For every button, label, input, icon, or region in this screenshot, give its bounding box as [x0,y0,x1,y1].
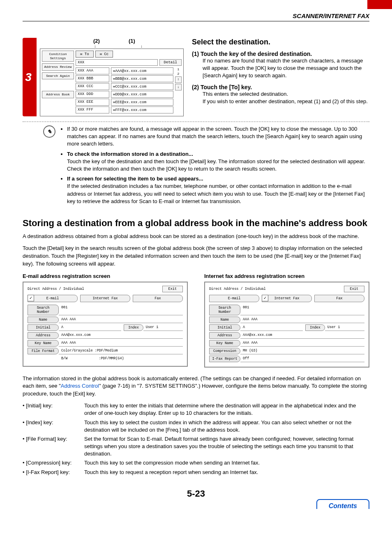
address-book-button[interactable]: Address Book [42,91,74,98]
ifax-reg-title: Internet fax address registration screen [204,273,369,279]
section-heading: Storing a destination from a global addr… [23,218,369,229]
list-item[interactable]: ✉AAA@xx.xxx.com [111,67,173,74]
field-value: AAA AAA [59,340,183,347]
exit-button[interactable]: Exit [162,286,183,292]
body-paragraph: A destination address obtained from a gl… [23,233,369,240]
list-item[interactable]: ✉DDD@xx.xxx.com [111,91,173,98]
initial-button[interactable]: Initial [209,324,240,331]
page-indicator: 2 [175,72,182,76]
field-value: Off [240,356,364,362]
list-item[interactable]: ✉EEE@xx.xxx.com [111,99,173,106]
search-again-button[interactable]: Search Again [42,72,74,80]
compression-button[interactable]: Compression [209,348,240,354]
email-tab[interactable]: ✓E-mail [28,295,78,302]
fax-tab[interactable]: Fax [314,295,364,302]
initial-button[interactable]: Initial [28,324,59,331]
note-icon: ✎ [43,125,55,138]
scroll-up-button[interactable]: ↑ [175,76,182,83]
def-value: Touch this key to set the compression mo… [84,459,260,467]
email-tab[interactable]: E-mail [209,295,259,302]
field-value: AAA@xx.xxx.com [240,332,364,339]
name-button[interactable]: Name [209,317,240,323]
address-review-button[interactable]: Address Review [42,63,74,71]
list-item[interactable]: ✉CCC@xx.xxx.com [111,83,173,90]
def-key: • [Initial] key: [23,402,84,417]
search-number-button[interactable]: Search Number [209,305,240,315]
keyname-button[interactable]: Key Name [28,340,59,347]
field-value: :PDF/MMR(G4) [96,356,183,361]
ifax-tab[interactable]: ✓Internet Fax [262,295,312,302]
list-item[interactable]: XXX CCC [76,83,109,90]
instruction-1-body: If no names are found that match the sea… [203,57,369,80]
page-number: 5-23 [187,488,205,499]
list-item[interactable]: XXX EEE [76,99,109,106]
instruction-2-body2: If you wish to enter another destination… [203,98,369,105]
email-reg-title: E-mail address registration screen [23,273,188,279]
detail-button[interactable]: Detail [159,59,182,66]
field-value: AAA AAA [240,317,364,323]
list-item[interactable]: ✉FFF@xx.xxx.com [111,106,173,113]
ifax-report-button[interactable]: I-Fax Report [209,356,240,362]
fax-tab[interactable]: Fax [133,295,183,302]
field-value: User 1 [325,324,364,331]
field-value: 001 [240,305,364,315]
field-value: MH (G3) [240,348,364,354]
list-item[interactable]: XXX FFF [76,106,109,113]
cc-tab[interactable]: ✉ Cc [95,51,113,58]
note-bullet: To check the information stored in a des… [67,150,369,173]
page-indicator: 1 [175,67,182,71]
list-item[interactable]: XXX AAA [76,67,109,74]
index-button[interactable]: Index [124,324,143,331]
field-value: A [59,324,121,331]
instruction-2-body1: This enters the selected destination. [203,90,369,98]
note-bullet: If a screen for selecting the item to be… [67,175,369,205]
breadcrumb: Direct Address / Individual [209,287,266,291]
instruction-2-head: (2) Touch the [To] key. [192,84,369,90]
def-key: • [File Format] key: [23,435,84,458]
ui-screenshot: (2) (1) ↓↓ Condition Settings Address Re… [40,38,184,116]
field-value: 001 [59,305,183,315]
search-input[interactable]: XXX [76,59,158,66]
instruction-1-head: (1) Touch the key of the desired destina… [192,51,369,57]
body-paragraph: Touch the [Detail] key in the search res… [23,245,369,268]
divider [23,121,369,122]
page-header: SCANNER/INTERNET FAX [23,12,369,21]
index-button[interactable]: Index [305,324,325,331]
def-key: • [I-Fax Report] key: [23,469,84,476]
field-value: AAA AAA [240,340,364,347]
email-reg-panel: Direct Address / Individual Exit ✓E-mail… [23,282,188,367]
scroll-down-button[interactable]: ↓ [175,84,182,90]
name-button[interactable]: Name [28,317,59,323]
step-number: 3 [23,38,34,116]
def-value: Set the format for Scan to E-mail. Defau… [84,435,369,458]
def-value: Touch this key to enter the initials tha… [84,402,369,417]
search-number-button[interactable]: Search Number [28,305,59,315]
callout-2: (2) [93,38,100,44]
check-icon: ✓ [28,295,34,301]
def-value: Touch this key to request a reception re… [84,469,258,476]
keyname-button[interactable]: Key Name [209,340,240,347]
corner-accent [367,0,392,9]
address-button[interactable]: Address [28,332,59,339]
contents-button[interactable]: Contents [316,499,369,509]
list-item[interactable]: XXX DDD [76,91,109,98]
field-value: AAA@xx.xxx.com [59,332,183,339]
field-value: Color/Grayscale :PDF/Medium [59,348,183,354]
address-control-link[interactable]: Address Control [61,383,99,389]
note-bullet: If 30 or more matches are found, a messa… [67,125,369,148]
def-value: Touch this key to select the custom inde… [84,419,369,434]
condition-settings-button[interactable]: Condition Settings [42,51,74,62]
address-button[interactable]: Address [209,332,240,339]
list-item[interactable]: ✉BBB@xx.xxx.com [111,75,173,82]
field-value: A [240,324,303,331]
callout-1: (1) [129,38,135,44]
ifax-tab[interactable]: Internet Fax [80,295,130,302]
body-paragraph: The information stored in the global add… [23,375,369,398]
to-tab[interactable]: ✉ To [76,51,94,58]
field-value: User 1 [143,324,183,331]
list-item[interactable]: XXX BBB [76,75,109,82]
ifax-reg-panel: Direct Address / Individual Exit E-mail … [204,282,369,368]
exit-button[interactable]: Exit [344,286,364,292]
field-value: B/W [59,356,96,361]
fileformat-button[interactable]: File Format [28,348,59,354]
